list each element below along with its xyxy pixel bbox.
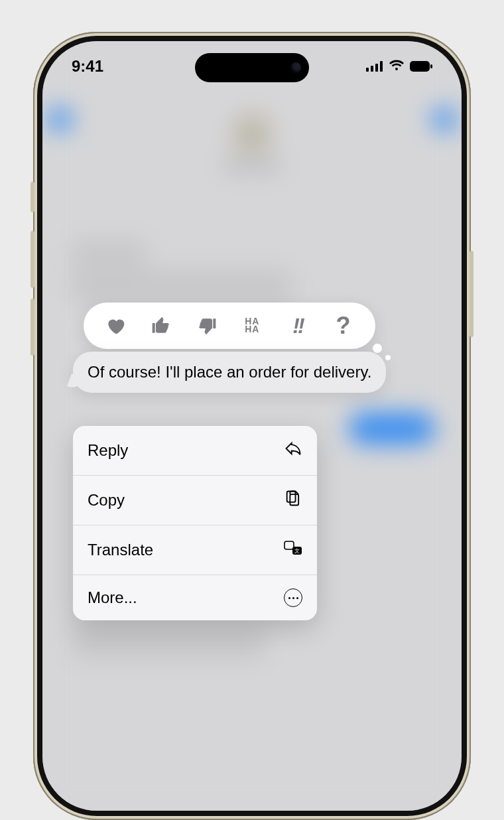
tapback-heart[interactable] <box>102 312 129 339</box>
menu-item-label: Copy <box>88 491 125 510</box>
tapback-haha-text: HAHA <box>245 318 259 334</box>
message-bubble[interactable]: Of course! I'll place an order for deliv… <box>73 352 386 393</box>
svg-rect-6 <box>290 494 298 505</box>
svg-rect-7 <box>287 492 296 502</box>
svg-text:文: 文 <box>294 548 300 554</box>
reply-icon <box>284 439 302 462</box>
volume-down-button <box>31 299 34 356</box>
menu-item-label: Reply <box>88 441 128 460</box>
menu-item-more[interactable]: More... <box>73 575 317 620</box>
message-context-menu: Reply Copy Trans <box>73 426 317 620</box>
menu-item-translate[interactable]: Translate A 文 <box>73 525 317 575</box>
menu-item-reply[interactable]: Reply <box>73 426 317 475</box>
menu-item-copy[interactable]: Copy <box>73 475 317 525</box>
tapback-question[interactable]: ? <box>330 312 357 339</box>
menu-item-label: More... <box>88 588 137 607</box>
tapback-thumbs-up[interactable] <box>148 312 174 339</box>
tapback-exclaim[interactable]: !! <box>284 312 311 339</box>
screen: 9:41 <box>42 41 462 811</box>
more-icon <box>284 588 302 607</box>
tapback-question-text: ? <box>336 312 351 340</box>
side-button <box>470 251 473 337</box>
volume-up-button <box>31 231 34 288</box>
tapback-exclaim-text: !! <box>292 314 302 338</box>
message-text: Of course! I'll place an order for deliv… <box>88 363 371 381</box>
iphone-frame: 9:41 <box>33 32 471 820</box>
svg-text:A: A <box>287 543 291 549</box>
translate-icon: A 文 <box>284 539 302 561</box>
tapback-haha[interactable]: HAHA <box>239 312 265 339</box>
tapback-thumbs-down[interactable] <box>194 312 220 339</box>
menu-item-label: Translate <box>88 541 153 559</box>
mute-switch <box>31 182 34 212</box>
tapback-bar: HAHA !! ? <box>84 303 375 349</box>
copy-icon <box>284 489 302 512</box>
